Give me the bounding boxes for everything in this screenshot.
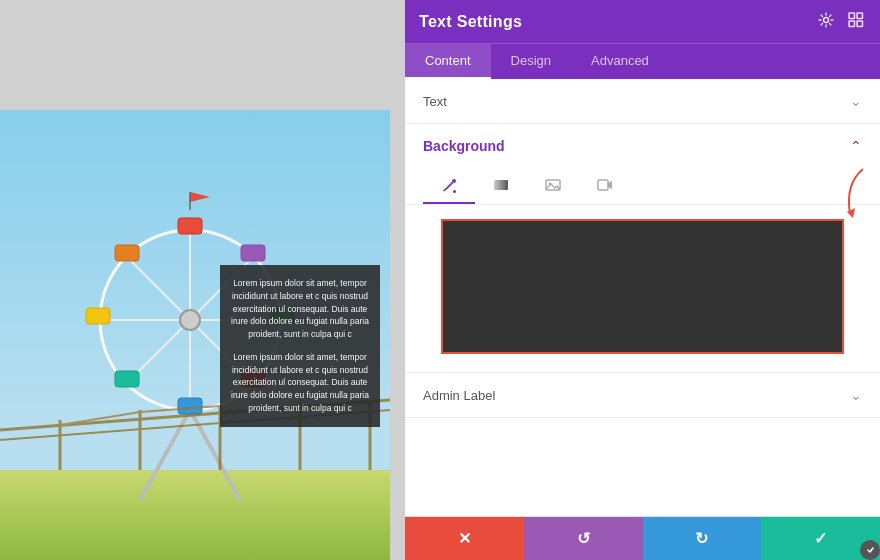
admin-label-section: Admin Label ⌄ bbox=[405, 373, 880, 418]
svg-rect-16 bbox=[241, 245, 265, 261]
tab-advanced[interactable]: Advanced bbox=[571, 44, 669, 79]
svg-rect-37 bbox=[494, 180, 508, 190]
svg-rect-13 bbox=[86, 308, 110, 324]
background-section-label: Background bbox=[423, 138, 505, 154]
panel-body: Text ⌄ Background ⌃ bbox=[405, 79, 880, 516]
redo-button[interactable]: ↻ bbox=[643, 517, 762, 560]
panel-header: Text Settings bbox=[405, 0, 880, 43]
panel-tabs: Content Design Advanced bbox=[405, 43, 880, 79]
overlay-paragraph-2: Lorem ipsum dolor sit amet, tempor incid… bbox=[230, 351, 370, 415]
action-bar: ✕ ↺ ↻ ✓ bbox=[405, 516, 880, 560]
background-image: Lorem ipsum dolor sit amet, tempor incid… bbox=[0, 110, 390, 560]
text-section-chevron: ⌄ bbox=[850, 93, 862, 109]
text-section: Text ⌄ bbox=[405, 79, 880, 124]
background-section: Background ⌃ bbox=[405, 124, 880, 373]
svg-point-35 bbox=[452, 179, 456, 183]
expand-icon-button[interactable] bbox=[846, 10, 866, 33]
svg-point-36 bbox=[453, 190, 456, 193]
bg-subtab-video[interactable] bbox=[579, 168, 631, 204]
background-subtabs bbox=[405, 168, 880, 205]
svg-point-30 bbox=[824, 18, 829, 23]
cancel-button[interactable]: ✕ bbox=[405, 517, 524, 560]
overlay-paragraph-1: Lorem ipsum dolor sit amet, tempor incid… bbox=[230, 277, 370, 341]
admin-label-section-header[interactable]: Admin Label ⌄ bbox=[405, 373, 880, 417]
svg-rect-1 bbox=[0, 470, 390, 560]
text-section-header[interactable]: Text ⌄ bbox=[405, 79, 880, 123]
background-section-header[interactable]: Background ⌃ bbox=[405, 124, 880, 168]
text-section-label: Text bbox=[423, 94, 447, 109]
admin-label-section-chevron: ⌄ bbox=[850, 387, 862, 403]
svg-rect-34 bbox=[857, 21, 863, 27]
svg-rect-40 bbox=[598, 180, 608, 190]
background-section-chevron: ⌃ bbox=[850, 138, 862, 154]
bg-subtab-gradient[interactable] bbox=[475, 168, 527, 204]
svg-rect-11 bbox=[178, 218, 202, 234]
svg-rect-31 bbox=[849, 13, 855, 19]
admin-label-section-label: Admin Label bbox=[423, 388, 495, 403]
undo-button[interactable]: ↺ bbox=[524, 517, 643, 560]
svg-rect-15 bbox=[115, 245, 139, 261]
svg-rect-38 bbox=[546, 180, 560, 190]
text-overlay: Lorem ipsum dolor sit amet, tempor incid… bbox=[220, 265, 380, 427]
tab-content[interactable]: Content bbox=[405, 44, 491, 79]
panel-title: Text Settings bbox=[419, 13, 522, 31]
canvas-area: Lorem ipsum dolor sit amet, tempor incid… bbox=[0, 0, 405, 560]
bg-subtab-image[interactable] bbox=[527, 168, 579, 204]
svg-point-8 bbox=[180, 310, 200, 330]
svg-marker-41 bbox=[847, 208, 855, 218]
bg-subtab-color[interactable] bbox=[423, 168, 475, 204]
svg-rect-33 bbox=[849, 21, 855, 27]
svg-rect-17 bbox=[115, 371, 139, 387]
color-preview-area[interactable] bbox=[441, 219, 844, 354]
panel-header-icons bbox=[816, 10, 866, 33]
corner-icon bbox=[860, 540, 880, 560]
svg-rect-12 bbox=[178, 398, 202, 414]
settings-icon-button[interactable] bbox=[816, 10, 836, 33]
settings-panel: Text Settings Content Design Advanced bbox=[405, 0, 880, 560]
tab-design[interactable]: Design bbox=[491, 44, 571, 79]
svg-rect-32 bbox=[857, 13, 863, 19]
